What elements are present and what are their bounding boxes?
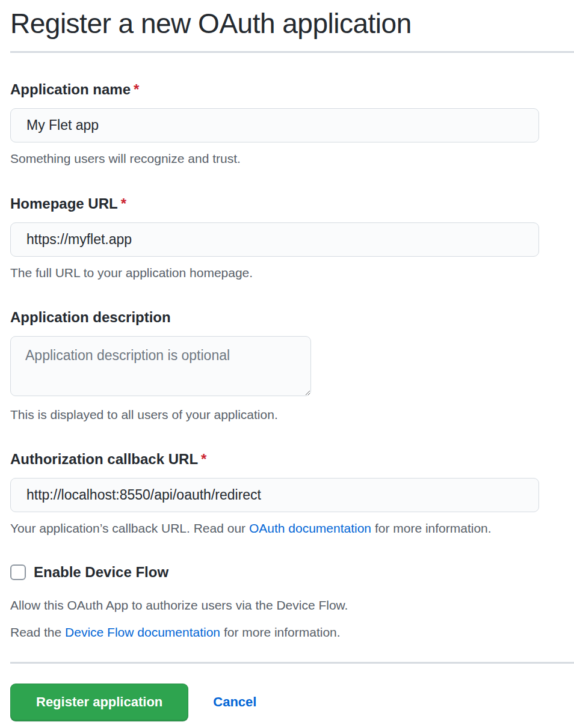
field-group-description: Application description This is displaye… — [10, 308, 574, 423]
callback-url-help: Your application’s callback URL. Read ou… — [10, 521, 574, 536]
oauth-app-form: Application name* Something users will r… — [10, 81, 574, 721]
oauth-documentation-link[interactable]: OAuth documentation — [249, 521, 371, 535]
callback-url-input[interactable] — [10, 478, 539, 512]
homepage-url-help: The full URL to your application homepag… — [10, 265, 574, 281]
device-flow-docs: Read the Device Flow documentation for m… — [10, 625, 574, 640]
form-actions: Register application Cancel — [10, 684, 574, 721]
homepage-url-input[interactable] — [10, 222, 539, 257]
application-name-input[interactable] — [10, 108, 539, 142]
oauth-register-page: Register a new OAuth application Applica… — [0, 6, 574, 728]
page-title: Register a new OAuth application — [10, 6, 574, 41]
enable-device-flow-label[interactable]: Enable Device Flow — [34, 564, 168, 581]
description-label-text: Application description — [10, 309, 171, 325]
device-flow-docs-prefix: Read the — [10, 625, 65, 639]
required-asterisk: * — [201, 451, 206, 467]
device-flow-row: Enable Device Flow — [10, 564, 574, 581]
application-name-label: Application name* — [10, 81, 574, 99]
callback-url-help-suffix: for more information. — [371, 521, 492, 535]
callback-url-help-prefix: Your application’s callback URL. Read ou… — [10, 521, 249, 535]
field-group-homepage-url: Homepage URL* The full URL to your appli… — [10, 195, 574, 281]
device-flow-documentation-link[interactable]: Device Flow documentation — [65, 625, 220, 639]
application-name-label-text: Application name — [10, 81, 131, 97]
callback-url-label: Authorization callback URL* — [10, 450, 574, 468]
homepage-url-label: Homepage URL* — [10, 195, 574, 213]
application-name-help: Something users will recognize and trust… — [10, 151, 574, 167]
cancel-link[interactable]: Cancel — [213, 694, 256, 710]
actions-divider — [10, 662, 574, 664]
enable-device-flow-checkbox[interactable] — [10, 564, 26, 580]
description-label: Application description — [10, 308, 574, 326]
field-group-application-name: Application name* Something users will r… — [10, 81, 574, 167]
title-divider — [10, 51, 574, 53]
application-description-textarea[interactable] — [10, 336, 311, 396]
homepage-url-label-text: Homepage URL — [10, 195, 118, 212]
description-help: This is displayed to all users of your a… — [10, 407, 574, 423]
register-application-button[interactable]: Register application — [10, 684, 188, 721]
device-flow-help: Allow this OAuth App to authorize users … — [10, 598, 574, 613]
required-asterisk: * — [121, 195, 126, 212]
required-asterisk: * — [134, 81, 139, 97]
device-flow-docs-suffix: for more information. — [220, 625, 341, 639]
field-group-callback-url: Authorization callback URL* Your applica… — [10, 450, 574, 536]
callback-url-label-text: Authorization callback URL — [10, 451, 198, 467]
